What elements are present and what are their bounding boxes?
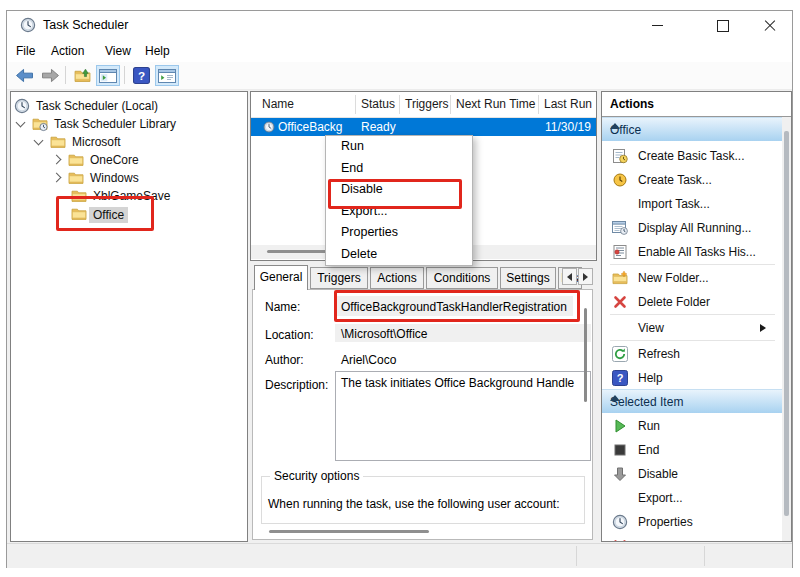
refresh-icon [612, 346, 628, 362]
chevron-right-icon[interactable] [52, 173, 62, 183]
left-triangle-icon [567, 273, 572, 281]
action-pane-icon [158, 69, 176, 83]
end-icon [612, 442, 628, 458]
close-icon [764, 20, 776, 32]
chevron-down-icon[interactable] [34, 136, 44, 146]
forward-button[interactable] [38, 65, 62, 86]
menu-action[interactable]: Action [47, 43, 88, 59]
toolbar [7, 62, 792, 90]
context-menu-disable[interactable]: Disable [326, 179, 472, 201]
tab-settings[interactable]: Settings [500, 267, 556, 289]
action-import-task[interactable]: Import Task... [602, 192, 782, 216]
details-vertical-scrollbar-thumb[interactable] [584, 308, 587, 402]
scrollbar-thumb[interactable] [784, 131, 789, 516]
action-new-folder[interactable]: New Folder... [602, 266, 782, 290]
action-delete-folder[interactable]: Delete Folder [602, 290, 782, 314]
tree-item-office[interactable]: Office [11, 205, 247, 223]
tab-triggers[interactable]: Triggers [310, 267, 368, 289]
action-run[interactable]: Run [602, 414, 782, 438]
action-enable-all-tasks-history[interactable]: Enable All Tasks His... [602, 240, 782, 264]
column-header-status[interactable]: Status [361, 97, 395, 111]
minimize-button[interactable] [635, 11, 680, 40]
action-refresh[interactable]: Refresh [602, 342, 782, 366]
console-tree-toggle-button[interactable] [96, 65, 120, 86]
tree-item-onecore[interactable]: OneCore [11, 151, 247, 169]
task-scheduler-window: Task Scheduler File Action View Help Tas… [6, 10, 793, 568]
folder-icon [71, 188, 87, 204]
menu-view[interactable]: View [101, 43, 135, 59]
context-menu-end[interactable]: End [326, 158, 472, 180]
tab-scroll-left-button[interactable] [562, 268, 577, 285]
action-label: Create Basic Task... [638, 149, 745, 163]
folder-icon [68, 170, 84, 186]
chevron-down-icon[interactable] [16, 118, 26, 128]
new-folder-icon [612, 270, 628, 286]
task-row-selected[interactable]: OfficeBackg Ready 11/30/19 [251, 118, 596, 136]
tree-item-xblgamesave[interactable]: XblGameSave [11, 187, 247, 205]
tree-item-windows[interactable]: Windows [11, 169, 247, 187]
help-icon [133, 67, 150, 84]
tree-item-label: Task Scheduler Library [54, 117, 176, 131]
context-menu-delete[interactable]: Delete [326, 244, 472, 266]
tree-item-task-scheduler-library[interactable]: Task Scheduler Library [11, 115, 247, 133]
column-header-next-run-time[interactable]: Next Run Time [456, 97, 535, 111]
red-x-icon [612, 294, 628, 310]
help-button[interactable] [129, 65, 153, 86]
context-menu-properties[interactable]: Properties [326, 222, 472, 244]
author-value: Ariel\Coco [341, 353, 396, 367]
tab-general[interactable]: General [254, 265, 308, 290]
actions-section-office-header[interactable]: Office [602, 117, 791, 141]
action-label: Display All Running... [638, 221, 751, 235]
export-list-button[interactable] [70, 65, 94, 86]
status-separator [576, 546, 577, 566]
red-x-icon [612, 538, 628, 542]
action-create-task[interactable]: Create Task... [602, 168, 782, 192]
folder-icon [50, 134, 66, 150]
context-menu-run[interactable]: Run [326, 136, 472, 158]
folder-arrow-icon [74, 67, 91, 84]
action-label: Properties [638, 515, 693, 529]
action-label: Create Task... [638, 173, 712, 187]
folder-icon [68, 152, 84, 168]
action-export[interactable]: Export... [602, 486, 782, 510]
name-label: Name: [265, 300, 300, 314]
menu-help[interactable]: Help [141, 43, 174, 59]
column-header-triggers[interactable]: Triggers [405, 97, 449, 111]
clock-icon [263, 121, 275, 133]
author-label: Author: [265, 353, 304, 367]
action-label: New Folder... [638, 271, 709, 285]
column-header-last-run[interactable]: Last Run [544, 97, 592, 111]
action-help[interactable]: Help [602, 366, 782, 390]
tab-scroll-right-button[interactable] [578, 268, 593, 285]
action-label: Import Task... [638, 197, 710, 211]
action-view[interactable]: View [602, 316, 782, 340]
back-button[interactable] [12, 65, 36, 86]
tree-item-label: XblGameSave [93, 189, 170, 203]
context-menu-export[interactable]: Export... [326, 201, 472, 223]
status-bar [7, 543, 792, 568]
action-pane-toggle-button[interactable] [155, 65, 179, 86]
action-label: End [638, 443, 659, 457]
collapse-triangle-icon [610, 123, 620, 129]
details-horizontal-scrollbar-thumb[interactable] [269, 530, 429, 533]
status-separator [704, 546, 705, 566]
tab-actions[interactable]: Actions [370, 267, 424, 289]
tree-item-microsoft[interactable]: Microsoft [11, 133, 247, 151]
action-disable[interactable]: Disable [602, 462, 782, 486]
chevron-right-icon[interactable] [52, 155, 62, 165]
close-button[interactable] [747, 11, 792, 40]
tab-conditions[interactable]: Conditions [426, 267, 498, 289]
history-icon [612, 244, 628, 260]
action-display-all-running[interactable]: Display All Running... [602, 216, 782, 240]
column-separator [538, 95, 539, 114]
column-header-name[interactable]: Name [262, 97, 294, 111]
actions-vertical-scrollbar[interactable] [782, 117, 791, 541]
maximize-button[interactable] [700, 11, 745, 40]
tree-item-task-scheduler-local[interactable]: Task Scheduler (Local) [11, 97, 247, 115]
action-properties[interactable]: Properties [602, 510, 782, 534]
menu-file[interactable]: File [12, 43, 39, 59]
action-create-basic-task[interactable]: Create Basic Task... [602, 144, 782, 168]
action-delete[interactable]: Delete [602, 534, 782, 542]
actions-section-selected-item-header[interactable]: Selected Item [602, 389, 791, 413]
action-end[interactable]: End [602, 438, 782, 462]
